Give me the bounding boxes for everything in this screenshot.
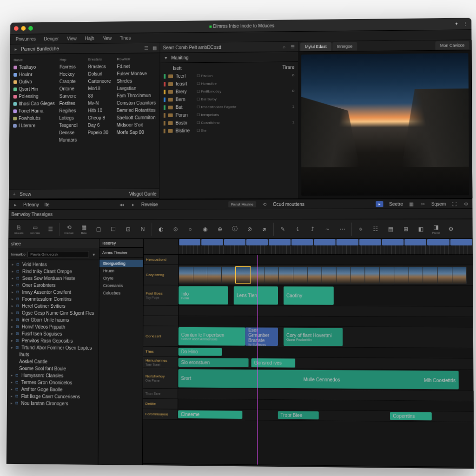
browser-item[interactable]: Fonel Hama (11, 108, 56, 114)
browser-item[interactable]: Comston Coanitors (115, 100, 158, 106)
timeline-marker[interactable] (291, 239, 313, 245)
search-icon[interactable]: ⌕ (281, 44, 287, 49)
tool-button[interactable]: ✎ (277, 224, 289, 233)
tool-button[interactable]: ⊙ (169, 225, 181, 234)
property-item[interactable]: Hruen (99, 267, 143, 275)
viewer-tab[interactable]: Mon Cavicce (435, 41, 469, 50)
effect-item[interactable]: ▸⊡Penvitos Rasn Geposibis (7, 337, 99, 344)
effect-item[interactable]: ▸⊡iner Gbarr Unile haums (7, 317, 99, 324)
browser-item[interactable]: Hockoy (58, 71, 86, 77)
settings-icon[interactable]: ⚙ (463, 201, 469, 206)
browser-item[interactable]: Fam Thrcclnmun (115, 93, 158, 99)
effect-item[interactable]: ▸⊡Ogse Gesp Nume Ginr S.fgent Fles (8, 310, 99, 317)
browser-item[interactable]: Fd.net (115, 63, 158, 70)
effect-item[interactable]: ▸⊡Imwy Ausentor Cowifent (8, 289, 99, 296)
timeline-marker[interactable] (269, 239, 290, 245)
property-item[interactable]: Coluebes (99, 289, 143, 297)
tool-button[interactable]: ⊡ (122, 225, 134, 234)
effect-item[interactable]: ▸⊡Foornntesulom Comitins (8, 296, 99, 303)
browser-item[interactable]: Morfe Sap 00 (115, 129, 158, 135)
tool-button[interactable]: ◐ (155, 225, 167, 234)
timeline-marker[interactable] (404, 239, 426, 245)
project-item[interactable]: Brery☐ Fmitbmodey0 (162, 87, 296, 95)
effect-item[interactable]: ▸⊡Termes Gron Ononicetos (7, 379, 98, 386)
grid-icon[interactable]: ▦ (409, 201, 414, 206)
effect-item[interactable]: Aoskel Cantle (7, 358, 99, 365)
timeline-marker[interactable] (382, 239, 403, 245)
property-item[interactable]: Croenaniis (99, 282, 143, 289)
search-input[interactable]: Pawta Gmuecrsk (27, 251, 89, 258)
timeline-clip[interactable]: InloForm (178, 286, 228, 304)
browser-item[interactable]: I Lterare (11, 122, 56, 128)
effect-item[interactable]: Soume Sool font Boule (7, 365, 99, 372)
timeline-clip[interactable]: Coperrtins (390, 412, 432, 420)
timeline-clip[interactable]: Tropr Biee (278, 411, 319, 419)
project-item[interactable]: Blstirre☐ Ste (162, 126, 296, 134)
effect-item[interactable]: ▸⊡Virid Hentss (8, 261, 99, 268)
browser-item[interactable]: Bemried Rotantitos (115, 107, 158, 113)
project-item[interactable]: Ieasrt☐ Horactice (162, 79, 296, 87)
browser-item[interactable]: Tealtayo (12, 64, 57, 71)
track-header[interactable]: HanustennesToer Toeel (143, 357, 178, 368)
timeline-ruler[interactable] (144, 239, 473, 255)
track-lane[interactable]: Cointun le FopertsenSinsort asert Ammens… (178, 326, 473, 348)
chevron-down-icon[interactable]: ▾ (91, 251, 96, 257)
timeline-marker[interactable] (246, 239, 268, 245)
browser-item[interactable]: Ithosi Cao Gleges (12, 100, 57, 106)
tool-button[interactable]: ○ (184, 225, 196, 234)
browser-item[interactable]: Regihes (57, 107, 85, 113)
browser-item[interactable]: Qsort Hin (12, 86, 57, 92)
play-icon[interactable]: ▸ (130, 202, 136, 207)
tool-button[interactable]: ⤴ (306, 224, 318, 233)
tool-button[interactable]: ⓘ (229, 225, 241, 234)
property-item[interactable]: Oryre (99, 275, 143, 282)
browser-item[interactable]: Lavgstian (115, 85, 158, 91)
tool-button[interactable]: ☷ (370, 224, 382, 233)
browser-item[interactable]: Shrcles (115, 78, 158, 84)
loop-icon[interactable]: ⟲ (262, 201, 267, 207)
browser-item[interactable]: Day 6 (86, 122, 114, 128)
browser-item[interactable]: Lotiegs (57, 115, 85, 121)
browser-item[interactable]: Cartonoore (86, 78, 114, 84)
browser-item[interactable]: Midsoor S'oit (115, 122, 158, 128)
footer-tab[interactable]: Onfies (67, 466, 97, 469)
browser-item[interactable]: Popeio 30 (86, 129, 114, 135)
timeline-clip[interactable]: Lens Tlen (234, 286, 278, 304)
expand-icon[interactable]: ⛶ (452, 201, 457, 206)
tool-button[interactable]: ▢ (93, 225, 105, 234)
track-lane[interactable]: SrortMulle CennnedosMlh Coostettds (178, 368, 473, 390)
tool-button[interactable]: ◨Paxtel (430, 223, 443, 235)
tool-button[interactable]: ◧ (415, 224, 427, 233)
prev-icon[interactable]: ◂◂ (119, 202, 125, 207)
browser-item[interactable]: Favress (58, 64, 86, 70)
project-item[interactable]: Teerl☐ Padion6 (162, 72, 296, 79)
menu-item[interactable]: New (102, 36, 112, 41)
footer-tab[interactable]: Anoted Tinlls (7, 466, 37, 469)
tool-button[interactable]: ⌀ (258, 224, 271, 233)
browser-item[interactable]: Dolsurl (86, 71, 114, 77)
preview-monitor[interactable] (301, 53, 469, 196)
effect-item[interactable]: ▸⊡Sees Sow Morduan Heste (8, 275, 99, 282)
tool-button[interactable]: ⎆ (355, 224, 367, 233)
menu-item[interactable]: Tines (120, 35, 131, 40)
effect-item[interactable]: ▸⊡Nou Isrstnn Clronogers (7, 400, 98, 408)
traffic-max[interactable] (28, 26, 33, 31)
add-icon[interactable]: + (12, 191, 17, 197)
tool-button[interactable]: ⎘Cateats (12, 223, 25, 235)
effect-item[interactable]: ▸⊡Herel Gutiner Svitiers (8, 303, 99, 310)
timeline-marker[interactable] (337, 239, 358, 245)
track-lane[interactable] (178, 306, 473, 317)
browser-item[interactable]: Mod.il (86, 86, 114, 92)
transport-button[interactable]: Fanst Masine (228, 201, 256, 207)
browser-item[interactable]: Cheop 8 (86, 115, 114, 121)
timeline-marker[interactable] (179, 239, 200, 245)
tool-button[interactable]: ⊞ (400, 224, 412, 233)
browser-item[interactable]: Outivb (12, 79, 57, 85)
timeline-clip[interactable]: Caotiny (284, 286, 334, 305)
footer-tab[interactable]: Sophsen (37, 466, 66, 469)
browser-item[interactable]: Mv-N (86, 100, 114, 106)
tool-button[interactable]: ☰ (45, 225, 57, 234)
menu-item[interactable]: Pnwunres (16, 36, 36, 41)
menu-item[interactable]: Hajh (85, 36, 94, 41)
timeline-marker[interactable] (224, 239, 245, 245)
